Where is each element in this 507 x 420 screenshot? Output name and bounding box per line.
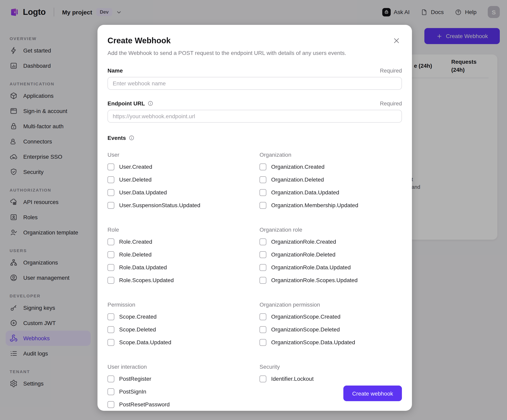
event-group-title: Organization permission — [260, 293, 402, 309]
checkbox-unchecked-icon[interactable] — [260, 202, 266, 209]
event-checkbox-row[interactable]: Identifier.Lockout — [260, 372, 402, 385]
checkbox-unchecked-icon[interactable] — [107, 264, 114, 271]
event-checkbox-label: OrganizationScope.Deleted — [271, 326, 340, 333]
event-group-title: User interaction — [107, 356, 250, 371]
webhook-name-input[interactable] — [107, 77, 402, 90]
info-icon[interactable] — [129, 135, 134, 141]
event-checkbox-row[interactable]: User.Data.Updated — [107, 186, 250, 199]
event-checkbox-row[interactable]: Role.Data.Updated — [107, 261, 250, 274]
event-checkbox-row[interactable]: Scope.Deleted — [107, 323, 250, 336]
checkbox-unchecked-icon[interactable] — [260, 375, 266, 382]
event-checkbox-row[interactable]: Organization.Membership.Updated — [260, 199, 402, 212]
event-group: Organization permission OrganizationScop… — [260, 293, 402, 349]
checkbox-unchecked-icon[interactable] — [260, 251, 266, 258]
event-checkbox-row[interactable]: PostResetPassword — [107, 398, 250, 411]
event-checkbox-label: PostRegister — [119, 376, 151, 382]
checkbox-unchecked-icon[interactable] — [260, 189, 266, 196]
checkbox-unchecked-icon[interactable] — [107, 401, 114, 408]
event-group-title: Organization role — [260, 218, 402, 234]
checkbox-unchecked-icon[interactable] — [260, 264, 266, 271]
event-checkbox-row[interactable]: Organization.Data.Updated — [260, 186, 402, 199]
event-checkbox-row[interactable]: Organization.Created — [260, 160, 402, 173]
event-checkbox-row[interactable]: OrganizationRole.Created — [260, 235, 402, 248]
event-group: User User.Created User.Deleted User. — [107, 144, 250, 212]
modal-description: Add the Webhook to send a POST request t… — [107, 49, 402, 57]
event-checkbox-label: OrganizationRole.Data.Updated — [271, 264, 351, 270]
event-checkbox-label: Organization.Created — [271, 164, 324, 170]
event-group-title: Organization — [260, 144, 402, 159]
event-checkbox-row[interactable]: OrganizationRole.Scopes.Updated — [260, 274, 402, 287]
event-checkbox-row[interactable]: Organization.Deleted — [260, 173, 402, 186]
checkbox-unchecked-icon[interactable] — [107, 388, 114, 395]
event-group-title: User — [107, 144, 250, 159]
checkbox-unchecked-icon[interactable] — [260, 339, 266, 346]
event-group: Permission Scope.Created Scope.Deleted — [107, 293, 250, 349]
checkbox-unchecked-icon[interactable] — [107, 238, 114, 245]
event-checkbox-row[interactable]: Role.Deleted — [107, 248, 250, 261]
create-webhook-submit-button[interactable]: Create webhook — [343, 386, 402, 401]
endpoint-url-input[interactable] — [107, 110, 402, 123]
event-group: Organization Organization.Created Organi… — [260, 144, 402, 212]
event-checkbox-row[interactable]: OrganizationScope.Created — [260, 310, 402, 323]
event-checkbox-label: Role.Deleted — [119, 251, 152, 258]
checkbox-unchecked-icon[interactable] — [107, 202, 114, 209]
event-checkbox-label: Role.Data.Updated — [119, 264, 167, 270]
event-group-title: Security — [260, 356, 402, 371]
name-field-group: Name Required — [107, 67, 402, 90]
event-checkbox-row[interactable]: OrganizationScope.Data.Updated — [260, 336, 402, 349]
checkbox-unchecked-icon[interactable] — [107, 375, 114, 382]
checkbox-unchecked-icon[interactable] — [107, 189, 114, 196]
checkbox-unchecked-icon[interactable] — [260, 176, 266, 183]
event-checkbox-label: PostSignIn — [119, 388, 146, 395]
event-checkbox-row[interactable]: OrganizationRole.Data.Updated — [260, 261, 402, 274]
event-checkbox-label: Scope.Data.Updated — [119, 339, 171, 345]
event-checkbox-row[interactable]: User.Deleted — [107, 173, 250, 186]
endpoint-field-group: Endpoint URL Required — [107, 100, 402, 123]
event-checkbox-row[interactable]: Scope.Created — [107, 310, 250, 323]
event-checkbox-row[interactable]: Role.Scopes.Updated — [107, 274, 250, 287]
event-checkbox-row[interactable]: User.Created — [107, 160, 250, 173]
checkbox-unchecked-icon[interactable] — [260, 326, 266, 333]
checkbox-unchecked-icon[interactable] — [107, 163, 114, 170]
checkbox-unchecked-icon[interactable] — [260, 163, 266, 170]
checkbox-unchecked-icon[interactable] — [260, 313, 266, 320]
event-group-title: Permission — [107, 293, 250, 309]
checkbox-unchecked-icon[interactable] — [107, 326, 114, 333]
checkbox-unchecked-icon[interactable] — [107, 176, 114, 183]
close-icon[interactable] — [392, 36, 401, 45]
event-checkbox-label: User.SuspensionStatus.Updated — [119, 202, 200, 208]
event-checkbox-label: User.Created — [119, 164, 152, 170]
checkbox-unchecked-icon[interactable] — [107, 313, 114, 320]
checkbox-unchecked-icon[interactable] — [260, 238, 266, 245]
checkbox-unchecked-icon[interactable] — [260, 277, 266, 283]
event-checkbox-label: OrganizationRole.Created — [271, 238, 336, 245]
event-checkbox-row[interactable]: PostRegister — [107, 372, 250, 385]
event-group: Security Identifier.Lockout — [260, 356, 402, 411]
event-checkbox-row[interactable]: Scope.Data.Updated — [107, 336, 250, 349]
event-checkbox-label: Organization.Deleted — [271, 176, 324, 183]
event-checkbox-row[interactable]: OrganizationScope.Deleted — [260, 323, 402, 336]
event-checkbox-label: Scope.Deleted — [119, 326, 156, 333]
event-checkbox-label: OrganizationRole.Scopes.Updated — [271, 277, 358, 283]
event-checkbox-label: Scope.Created — [119, 313, 157, 320]
event-checkbox-row[interactable]: PostSignIn — [107, 385, 250, 398]
checkbox-unchecked-icon[interactable] — [107, 339, 114, 346]
checkbox-unchecked-icon[interactable] — [107, 277, 114, 283]
create-webhook-modal: Create Webhook Add the Webhook to send a… — [98, 25, 412, 411]
app-root: Logto My project Dev Ask AI — [0, 0, 507, 420]
name-label: Name — [107, 67, 123, 74]
event-checkbox-label: Identifier.Lockout — [271, 376, 314, 382]
event-checkbox-label: Role.Created — [119, 238, 152, 245]
event-checkbox-label: User.Deleted — [119, 176, 152, 183]
checkbox-unchecked-icon[interactable] — [107, 251, 114, 258]
event-checkbox-label: OrganizationRole.Deleted — [271, 251, 336, 258]
event-group: Organization role OrganizationRole.Creat… — [260, 218, 402, 287]
event-checkbox-label: User.Data.Updated — [119, 189, 167, 196]
info-icon[interactable] — [148, 101, 153, 106]
event-checkbox-row[interactable]: Role.Created — [107, 235, 250, 248]
event-checkbox-row[interactable]: OrganizationRole.Deleted — [260, 248, 402, 261]
endpoint-url-label: Endpoint URL — [107, 100, 145, 107]
event-group: Role Role.Created Role.Deleted Role. — [107, 218, 250, 287]
event-checkbox-row[interactable]: User.SuspensionStatus.Updated — [107, 199, 250, 212]
event-checkbox-label: PostResetPassword — [119, 401, 170, 408]
